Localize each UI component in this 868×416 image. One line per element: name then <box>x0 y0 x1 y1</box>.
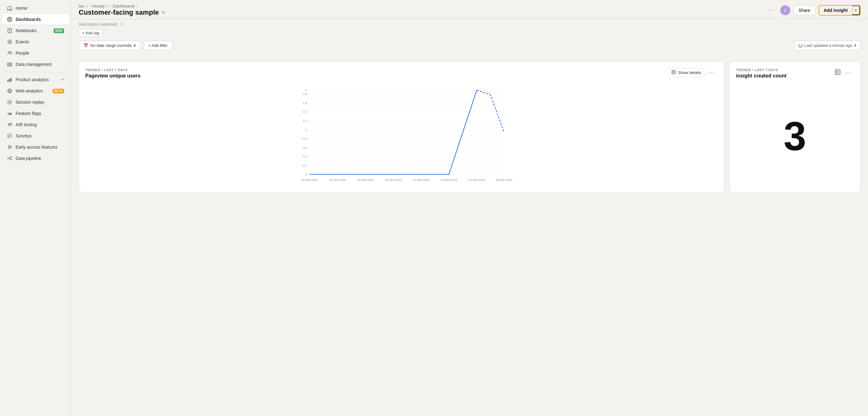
sidebar-item-dashboards[interactable]: Dashboards <box>2 14 69 25</box>
feature-flags-icon <box>7 111 12 116</box>
card2-actions: ··· <box>835 68 854 77</box>
svg-rect-10 <box>7 63 12 64</box>
more-options-button[interactable]: ··· <box>766 6 777 15</box>
sidebar-item-surveys[interactable]: Surveys <box>2 130 69 141</box>
dashboard-grid: TRENDS • LAST 7 DAYS Pageview unique use… <box>71 55 868 416</box>
insight-created-count-card: TRENDS • LAST 7 DAYS insight created cou… <box>730 62 861 192</box>
product-analytics-icon <box>7 77 12 83</box>
sidebar-item-session-replay[interactable]: Session replay <box>2 97 69 108</box>
sidebar-surveys-label: Surveys <box>16 133 64 138</box>
svg-text:0.4: 0.4 <box>303 155 307 158</box>
session-replay-icon <box>7 99 12 105</box>
sidebar-notebooks-label: Notebooks <box>16 28 51 33</box>
sub-header: Description (optional) ✎ + Add tag 📅 No … <box>71 19 868 55</box>
last-updated-button[interactable]: Last updated a minute ago ▾ <box>794 40 861 50</box>
sidebar-feature-flags-label: Feature flags <box>16 111 64 116</box>
svg-text:1.6: 1.6 <box>303 101 307 105</box>
sidebar-product-analytics-label: Product analytics <box>16 77 58 82</box>
svg-point-8 <box>8 52 10 53</box>
svg-rect-65 <box>835 70 840 74</box>
svg-text:0.6: 0.6 <box>303 146 307 149</box>
show-details-label: Show details <box>678 70 701 75</box>
add-insight-main-button[interactable]: Add insight <box>819 6 852 15</box>
sidebar-people-label: People <box>16 51 64 56</box>
sidebar-ab-testing-label: A/B testing <box>16 122 64 127</box>
card2-table-icon[interactable] <box>835 69 840 76</box>
date-range-button[interactable]: 📅 No date range override ▾ <box>79 40 141 50</box>
tag-row: + Add tag <box>79 29 861 37</box>
card1-actions: Show details ··· <box>668 68 718 77</box>
description-row: Description (optional) ✎ <box>79 22 861 27</box>
web-analytics-beta-badge: BETA <box>53 89 64 93</box>
add-insight-dropdown-button[interactable]: ▾ <box>852 6 860 15</box>
svg-text:1.8: 1.8 <box>303 92 307 95</box>
card2-meta: TRENDS • LAST 7 DAYS <box>736 68 786 72</box>
svg-rect-12 <box>7 65 12 66</box>
dashboards-icon <box>7 17 12 22</box>
svg-rect-11 <box>7 64 12 65</box>
sidebar-item-product-analytics[interactable]: Product analytics + <box>2 74 69 85</box>
sidebar-events-label: Events <box>16 39 64 44</box>
sidebar-item-notebooks[interactable]: Notebooks NEW <box>2 25 69 36</box>
svg-point-9 <box>10 52 11 53</box>
filter-left: 📅 No date range override ▾ + Add filter <box>79 40 172 50</box>
svg-text:1.2: 1.2 <box>303 119 307 122</box>
date-range-label: No date range override <box>90 43 132 48</box>
card2-more-options[interactable]: ··· <box>842 68 854 77</box>
svg-point-26 <box>7 158 9 159</box>
sidebar-item-web-analytics[interactable]: Web analytics BETA <box>2 86 69 96</box>
sidebar-data-mgmt-label: Data management <box>16 62 64 67</box>
add-insight-button[interactable]: Add insight ▾ <box>819 5 861 16</box>
breadcrumb: Ian ∨ / Howdy ∨ / Dashboards / <box>79 4 165 8</box>
sidebar-item-early-access[interactable]: Early access features <box>2 142 69 152</box>
main-content: Ian ∨ / Howdy ∨ / Dashboards / Customer-… <box>71 0 868 416</box>
sidebar-item-events[interactable]: Events <box>2 36 69 47</box>
svg-marker-20 <box>9 101 11 103</box>
svg-text:0.2: 0.2 <box>303 164 307 167</box>
share-button[interactable]: Share <box>794 6 815 15</box>
svg-text:13-Dec-2023: 13-Dec-2023 <box>301 178 318 181</box>
svg-rect-14 <box>9 79 10 82</box>
breadcrumb-howdy[interactable]: Howdy <box>92 4 105 8</box>
sidebar-item-home[interactable]: Home <box>2 3 69 13</box>
sidebar-item-feature-flags[interactable]: Feature flags <box>2 108 69 119</box>
svg-text:20-Dec-2023: 20-Dec-2023 <box>496 178 513 181</box>
refresh-icon <box>798 43 802 48</box>
svg-text:2: 2 <box>305 89 307 92</box>
people-icon <box>7 50 12 56</box>
last-updated-label: Last updated a minute ago <box>804 43 852 48</box>
edit-title-icon[interactable]: ✎ <box>161 10 165 16</box>
sidebar-item-data-management[interactable]: Data management <box>2 59 69 70</box>
pageview-unique-users-card: TRENDS • LAST 7 DAYS Pageview unique use… <box>79 62 724 192</box>
card1-more-options[interactable]: ··· <box>706 68 718 77</box>
svg-rect-31 <box>672 70 676 74</box>
add-filter-button[interactable]: + Add filter <box>144 40 172 50</box>
svg-text:14-Dec-2023: 14-Dec-2023 <box>329 178 346 181</box>
notebooks-icon <box>7 28 12 33</box>
breadcrumb-dashboards[interactable]: Dashboards <box>113 4 134 8</box>
topbar: Ian ∨ / Howdy ∨ / Dashboards / Customer-… <box>71 0 868 19</box>
topbar-row: Ian ∨ / Howdy ∨ / Dashboards / Customer-… <box>79 4 861 17</box>
description-edit-icon[interactable]: ✎ <box>120 22 123 27</box>
events-icon <box>7 39 12 44</box>
avatar: I <box>780 5 790 15</box>
sidebar-home-label: Home <box>16 6 64 10</box>
sidebar-item-people[interactable]: People <box>2 48 69 58</box>
ab-testing-icon <box>7 122 12 127</box>
svg-text:0.8: 0.8 <box>303 137 307 140</box>
show-details-button[interactable]: Show details <box>668 68 704 77</box>
early-access-icon <box>7 144 12 150</box>
svg-point-27 <box>11 156 12 158</box>
topbar-actions: ··· I Share Add insight ▾ <box>766 5 861 16</box>
sidebar-data-pipeline-label: Data pipeline <box>16 156 64 161</box>
add-tag-button[interactable]: + Add tag <box>79 29 103 37</box>
product-analytics-plus-icon[interactable]: + <box>61 77 64 83</box>
chevron-down-last-updated-icon: ▾ <box>854 43 857 48</box>
breadcrumb-ian[interactable]: Ian <box>79 4 84 8</box>
svg-point-1 <box>9 19 11 20</box>
svg-line-29 <box>9 157 11 159</box>
sidebar-item-ab-testing[interactable]: A/B testing <box>2 119 69 130</box>
sidebar: Home Dashboards Notebooks NEW Events Peo… <box>0 0 71 416</box>
surveys-icon <box>7 133 12 139</box>
sidebar-item-data-pipeline[interactable]: Data pipeline <box>2 153 69 164</box>
